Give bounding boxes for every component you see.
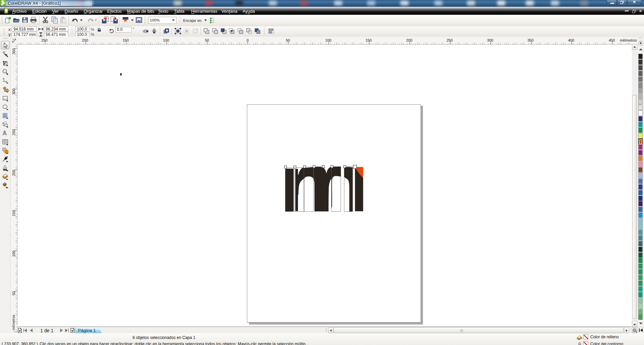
svg-text:A: A	[3, 130, 7, 136]
